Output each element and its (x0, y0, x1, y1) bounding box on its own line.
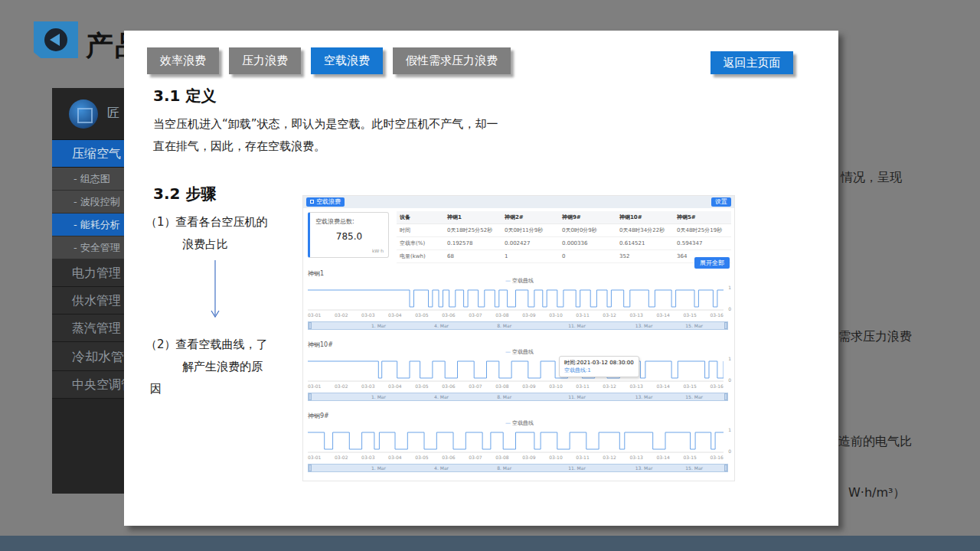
x-axis-tick-label: 03-10 (549, 455, 562, 460)
y-axis-max-label: 1 (728, 427, 731, 432)
navigator-handle-right[interactable] (724, 322, 727, 329)
x-axis-tick-label: 03-07 (469, 312, 482, 318)
sidebar: 匠 压缩空气- 组态图- 波段控制- 能耗分析- 安全管理电力管理供水管理蒸汽管… (52, 88, 124, 494)
sidebar-item-5[interactable]: - 安全管理 (52, 236, 124, 259)
sidebar-item-4[interactable]: - 能耗分析 (52, 214, 124, 236)
chart-block-3: 神钢9#—空载曲线1003-0103-0203-0303-0403-0503-0… (306, 412, 733, 482)
x-axis-tick-label: 03-10 (549, 383, 562, 389)
tab-2[interactable]: 压力浪费 (229, 47, 301, 74)
x-axis-tick-label: 03-07 (469, 383, 482, 389)
chart-tooltip: 时间:2021-03-12 08:30:00空载曲线:1 (559, 356, 639, 377)
app-logo-text: 匠 (107, 106, 119, 122)
table-cell: 68 (444, 250, 501, 263)
tab-1[interactable]: 效率浪费 (147, 47, 219, 74)
table-cell: 0天18时25分52秒 (444, 224, 501, 237)
chart-block-1: 神钢1—空载曲线1003-0103-0203-0303-0403-0503-06… (306, 269, 733, 340)
definition-line1: 当空压机进入“卸载”状态，即认为是空载。此时空压机不产气，却一 (153, 113, 559, 135)
x-axis-tick-label: 03-08 (495, 383, 508, 389)
navigator-handle-left[interactable] (309, 322, 312, 329)
y-axis-min-label: 0 (728, 448, 731, 454)
x-axis-tick-label: 03-09 (522, 383, 535, 389)
legend-label: 空载曲线 (512, 278, 534, 284)
legend-line-icon: — (505, 278, 510, 284)
navigator-handle-right[interactable] (724, 393, 727, 400)
legend-label: 空载曲线 (512, 420, 534, 426)
navigator-date-label: 4. Mar (434, 394, 449, 399)
chart-legend[interactable]: —空载曲线 (306, 348, 733, 356)
x-axis-tick-label: 03-12 (603, 383, 616, 389)
noload-curve-plot[interactable] (308, 357, 724, 382)
sidebar-item-7[interactable]: 供水管理 (52, 287, 124, 315)
sidebar-item-3[interactable]: - 波段控制 (52, 191, 124, 214)
x-axis-tick-label: 03-13 (629, 455, 642, 460)
x-axis-tick-label: 03-11 (576, 312, 589, 318)
sidebar-item-1[interactable]: 压缩空气 (52, 140, 124, 168)
navigator-handle-left[interactable] (309, 393, 312, 400)
table-header-5: 神钢10# (616, 211, 674, 224)
x-axis-tick-label: 03-14 (656, 383, 669, 389)
sidebar-item-10[interactable]: 中央空调管理 (52, 371, 124, 399)
table-cell: 0.000336 (559, 237, 616, 250)
tab-bar: 效率浪费压力浪费空载浪费假性需求压力浪费 (147, 47, 511, 74)
x-axis-tick-label: 03-11 (576, 455, 589, 460)
sidebar-item-6[interactable]: 电力管理 (52, 259, 124, 287)
tab-3[interactable]: 空载浪费 (311, 47, 383, 74)
chart-navigator[interactable]: 1. Mar4. Mar8. Mar11. Mar13. Mar15. Mar (308, 393, 728, 401)
x-axis-tick-label: 03-16 (710, 312, 723, 318)
dashboard-title-chip[interactable]: 空载浪费 (306, 197, 345, 207)
x-axis-tick-label: 03-15 (683, 312, 696, 318)
back-arrow-icon (41, 24, 71, 55)
x-axis-tick-label: 03-02 (335, 455, 348, 460)
back-button[interactable] (34, 21, 78, 58)
navigator-date-label: 15. Mar (685, 323, 703, 328)
sidebar-item-8[interactable]: 蒸汽管理 (52, 315, 124, 342)
noload-curve-plot[interactable] (308, 286, 724, 311)
chart-legend[interactable]: —空载曲线 (306, 419, 733, 427)
chart-navigator[interactable]: 1. Mar4. Mar8. Mar11. Mar13. Mar15. Mar (308, 464, 728, 472)
step-2: （2）查看空载曲线，了 解产生浪费的原 因 (145, 334, 268, 400)
chart-legend[interactable]: —空载曲线 (306, 277, 733, 285)
dashboard-header: 空载浪费 设置 (303, 196, 734, 208)
sidebar-item-9[interactable]: 冷却水管理 (52, 342, 124, 371)
x-axis-tick-label: 03-13 (629, 383, 642, 389)
x-axis-tick-label: 03-14 (656, 312, 669, 318)
expand-all-button[interactable]: 展开全部 (694, 257, 730, 269)
navigator-date-label: 8. Mar (497, 323, 511, 328)
x-axis-tick-label: 03-12 (603, 455, 616, 460)
table-row-3: 电量(kwh)6810352364 (397, 250, 731, 263)
x-axis-tick-label: 03-01 (308, 455, 321, 460)
x-axis-tick-label: 03-03 (361, 312, 374, 318)
table-cell: 0 (559, 250, 616, 263)
noload-curve-plot[interactable] (308, 429, 724, 453)
x-axis-tick-label: 03-15 (683, 455, 696, 460)
navigator-date-label: 4. Mar (434, 465, 449, 471)
chart-navigator[interactable]: 1. Mar4. Mar8. Mar11. Mar13. Mar15. Mar (308, 321, 728, 330)
navigator-date-label: 11. Mar (568, 323, 586, 328)
x-axis-tick-label: 03-04 (388, 455, 401, 460)
x-axis-tick-label: 03-08 (495, 312, 508, 318)
table-cell: 0.614521 (616, 237, 674, 250)
sidebar-logo-row: 匠 (52, 88, 124, 140)
settings-button[interactable]: 设置 (711, 197, 731, 207)
table-cell: 352 (616, 250, 674, 263)
summary-unit: kW·h (372, 248, 384, 253)
steps-heading: 3.2 步骤 (153, 184, 216, 204)
return-home-button[interactable]: 返回主页面 (710, 51, 793, 74)
bottom-bar (0, 536, 980, 551)
definition-heading: 3.1 定义 (153, 86, 216, 106)
navigator-date-label: 13. Mar (635, 323, 653, 328)
navigator-date-label: 11. Mar (568, 394, 586, 399)
tab-4[interactable]: 假性需求压力浪费 (393, 47, 511, 74)
navigator-handle-right[interactable] (724, 465, 727, 471)
table-row-1: 时间0天18时25分52秒0天0时11分9秒0天0时0分9秒0天48时34分22… (397, 224, 731, 237)
navigator-date-label: 13. Mar (635, 465, 653, 471)
navigator-date-label: 15. Mar (685, 465, 703, 471)
navigator-date-label: 1. Mar (371, 323, 386, 328)
background-text-fragment-1: 情况，呈现 (841, 170, 902, 186)
down-arrow-icon (210, 260, 220, 321)
sidebar-item-2[interactable]: - 组态图 (52, 168, 124, 191)
navigator-date-label: 4. Mar (434, 323, 449, 328)
x-axis-tick-label: 03-04 (388, 312, 401, 318)
navigator-date-label: 1. Mar (371, 394, 386, 399)
navigator-handle-left[interactable] (309, 465, 312, 471)
